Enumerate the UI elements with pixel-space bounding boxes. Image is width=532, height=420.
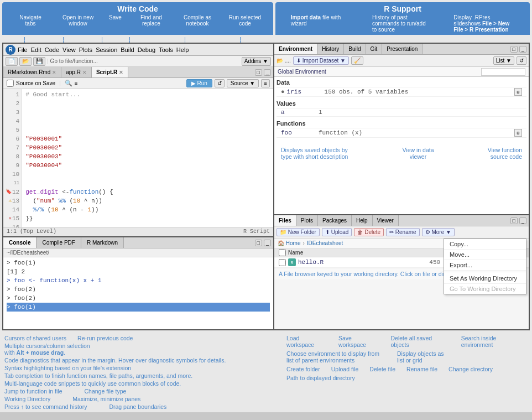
console-tab-rmarkdown[interactable]: R Markdown — [81, 237, 124, 248]
files-tab-packages[interactable]: Packages — [318, 215, 352, 226]
change-dir-annotation: Change directory — [448, 366, 493, 372]
console-maximize-btn[interactable]: □ — [255, 240, 262, 246]
menu-session[interactable]: Session — [96, 46, 117, 53]
dropdown-set-wd[interactable]: Set As Working Directory — [444, 273, 526, 284]
file-name-hello-r[interactable]: hello.R — [298, 259, 420, 266]
console-line-5: > foo(2) — [7, 294, 270, 303]
menu-debug[interactable]: Debug — [138, 46, 155, 53]
menu-build[interactable]: Build — [121, 46, 134, 53]
env-data-iris: ● iris 150 obs. of 5 variables ⊞ — [277, 87, 526, 97]
console-content[interactable]: > foo(1) [1] 2 > foo <- function(x) x + … — [3, 257, 273, 329]
import-dataset-btn[interactable]: ⬇ Import Dataset ▼ — [293, 56, 349, 65]
code-line-2 — [25, 99, 270, 108]
outline-button[interactable]: ≡ — [261, 79, 270, 87]
source-on-save-label: Source on Save — [16, 80, 55, 86]
save-workspace-annotation: Save workspace — [338, 335, 380, 348]
env-foo-grid-icon[interactable]: ⊞ — [514, 129, 522, 137]
dropdown-export[interactable]: Export... — [444, 260, 526, 271]
more-btn[interactable]: ⚙ More ▼ — [422, 228, 455, 236]
files-tab-files[interactable]: Files — [274, 215, 296, 226]
env-tab-presentation[interactable]: Presentation — [382, 44, 423, 54]
editor-maximize-btn[interactable]: □ — [255, 69, 262, 76]
env-list-btn[interactable]: List ▼ — [493, 56, 514, 65]
editor-collapse-btn[interactable]: _ — [264, 69, 271, 76]
dropdown-goto-wd[interactable]: Go To Working Directory — [444, 284, 526, 294]
code-line-15: }} — [25, 214, 270, 223]
new-file-btn[interactable]: 📄 — [6, 57, 18, 66]
search-icon[interactable]: 🔍 — [65, 80, 72, 87]
files-tab-help[interactable]: Help — [352, 215, 373, 226]
env-maximize-btn[interactable]: □ — [510, 46, 518, 53]
file-checkbox-hello-r[interactable] — [279, 259, 286, 266]
dropdown-move[interactable]: Move... — [444, 250, 526, 260]
tab-app-r[interactable]: app.R ✕ — [61, 67, 92, 77]
env-tab-build[interactable]: Build — [344, 44, 366, 54]
console-tab-console[interactable]: Console — [3, 237, 36, 248]
console-line-6: > foo(1) — [7, 303, 270, 312]
env-data-header: Data — [277, 78, 526, 87]
console-tab-compile[interactable]: Compile PDF — [36, 237, 81, 248]
displays-saved-ann: Displays saved objects by type with shor… — [281, 147, 358, 160]
addins-btn[interactable]: Addins ▼ — [242, 57, 271, 66]
files-collapse-btn[interactable]: _ — [519, 217, 526, 224]
env-search-box[interactable] — [481, 68, 525, 76]
files-tab-plots[interactable]: Plots — [296, 215, 318, 226]
open-file-btn[interactable]: 📂 — [19, 57, 32, 66]
delete-btn[interactable]: 🗑 Delete — [354, 228, 384, 236]
tab-rmarkdown-close[interactable]: ✕ — [52, 70, 56, 75]
clear-workspace-btn[interactable]: 🧹 — [351, 56, 363, 65]
compile-notebook-label: Compile as notebook — [181, 14, 214, 27]
save-btn[interactable]: 💾 — [33, 57, 45, 66]
files-panel: Files Plots Packages Help Viewer □ _ 📁 N… — [274, 215, 529, 329]
editor-status-bar: 1:1 (Top Level) R Script — [3, 227, 273, 236]
env-refresh-btn[interactable]: ↺ — [517, 56, 526, 65]
delete-file-annotation: Delete file — [369, 366, 395, 372]
menu-tools[interactable]: Tools — [159, 46, 173, 53]
env-tab-history[interactable]: History — [317, 44, 344, 54]
code-line-4 — [25, 117, 270, 126]
source-on-save-checkbox[interactable] — [7, 80, 14, 87]
files-tab-viewer[interactable]: Viewer — [373, 215, 399, 226]
menu-help[interactable]: Help — [176, 46, 189, 53]
env-toolbar: 📂 .... ⬇ Import Dataset ▼ 🧹 List ▼ ↺ — [274, 55, 529, 67]
select-all-checkbox[interactable] — [279, 249, 286, 256]
editor-tab-bar: RMarkdown.Rmd ✕ app.R ✕ Script.R ✕ □ _ — [3, 67, 273, 78]
new-folder-btn[interactable]: 📁 New Folder — [277, 228, 320, 236]
menu-code[interactable]: Code — [45, 46, 59, 53]
files-dropdown-menu: Copy... Move... Export... Set As Working… — [444, 238, 526, 294]
dropdown-copy[interactable]: Copy... — [444, 239, 526, 250]
tab-rmarkdown[interactable]: RMarkdown.Rmd ✕ — [3, 67, 61, 77]
find-icon[interactable]: ≡ — [75, 80, 78, 86]
env-tab-environment[interactable]: Environment — [274, 44, 317, 54]
source-button[interactable]: Source ▼ — [227, 79, 259, 87]
env-collapse-btn[interactable]: _ — [519, 46, 526, 53]
env-iris-grid-icon[interactable]: ⊞ — [514, 88, 522, 96]
tab-script-r[interactable]: Script.R ✕ — [92, 67, 128, 77]
tab-app-r-close[interactable]: ✕ — [82, 70, 87, 75]
save-label: Save — [109, 14, 122, 27]
press-up-annotation: Press ↑ to see command history — [4, 403, 87, 410]
tab-completion-annotation: Tab completion to finish function names,… — [4, 372, 192, 379]
rename-btn[interactable]: ✏ Rename — [386, 228, 420, 236]
code-line-9: "P0030004" — [25, 161, 270, 170]
r-support-title: R Support — [280, 4, 525, 13]
env-tab-git[interactable]: Git — [366, 44, 383, 54]
re-run-button[interactable]: ↺ — [215, 79, 225, 87]
code-content[interactable]: # Good start... "P0030001" "P0030002" "P… — [22, 89, 273, 227]
navigate-tabs-label: Navigate tabs — [14, 14, 47, 27]
home-link[interactable]: 🏠 Home — [278, 240, 300, 246]
menu-view[interactable]: View — [62, 46, 76, 53]
files-maximize-btn[interactable]: □ — [510, 217, 518, 224]
menu-edit[interactable]: Edit — [31, 46, 41, 53]
upload-btn[interactable]: ⬆ Upload — [322, 228, 352, 236]
env-a-name: a — [281, 109, 314, 116]
env-scope-label[interactable]: Global Environment — [278, 69, 326, 75]
run-button[interactable]: ▶ Run — [186, 79, 212, 87]
menu-file[interactable]: File — [18, 46, 28, 53]
view-data-ann: View in data viewer — [396, 147, 440, 160]
tab-script-r-close[interactable]: ✕ — [119, 70, 123, 75]
code-line-5 — [25, 126, 270, 134]
console-collapse-btn[interactable]: _ — [264, 240, 271, 246]
folder-link[interactable]: IDEcheatsheet — [307, 240, 343, 246]
menu-plots[interactable]: Plots — [79, 46, 92, 53]
